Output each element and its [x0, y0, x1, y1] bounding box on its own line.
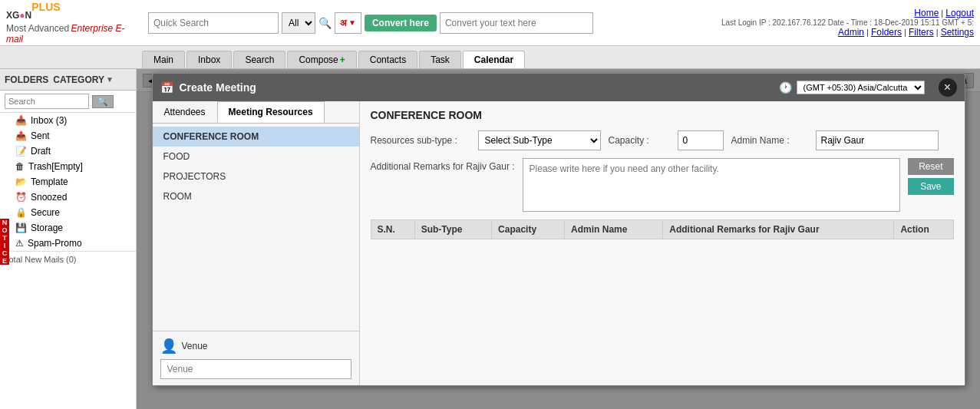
resource-projectors[interactable]: PROJECTORS: [153, 167, 359, 186]
table-header-sn: S.N.: [371, 220, 414, 239]
sidebar-total: Total New Mails (0): [0, 251, 136, 267]
storage-icon: 💾: [15, 223, 27, 233]
tab-inbox[interactable]: Inbox: [186, 51, 232, 68]
dialog-calendar-icon: 📅: [160, 81, 173, 94]
table-header-remarks: Additional Remarks for Rajiv Gaur: [663, 220, 894, 239]
subtype-select[interactable]: Select Sub-Type: [478, 130, 601, 150]
search-bar: All 🔍 अ ▼: [148, 12, 361, 34]
dialog-body: Attendees Meeting Resources CONFERENCE R…: [153, 101, 965, 385]
dialog-left-panel: Attendees Meeting Resources CONFERENCE R…: [153, 101, 360, 385]
top-bar: XG●NPLUS Most Advanced Enterprise E-mail…: [0, 0, 980, 46]
folders-label: FOLDERS: [5, 74, 48, 85]
resource-food[interactable]: FOOD: [153, 147, 359, 167]
conference-room-heading: CONFERENCE ROOM: [371, 109, 954, 121]
resource-list: CONFERENCE ROOM FOOD PROJECTORS ROOM: [153, 124, 359, 331]
tab-meeting-resources[interactable]: Meeting Resources: [217, 101, 325, 123]
remarks-textarea[interactable]: [523, 158, 901, 212]
table-header-action: Action: [894, 220, 953, 239]
remarks-label: Additional Remarks for Rajiv Gaur :: [371, 158, 515, 172]
notice-char-n: N: [0, 219, 9, 226]
capacity-input[interactable]: 0: [678, 130, 724, 150]
template-icon: 📂: [15, 176, 27, 187]
notice-char-i: I: [0, 242, 9, 249]
sidebar-header: FOLDERS CATEGORY ▼: [0, 69, 136, 91]
logo-dot: ●: [19, 10, 25, 21]
folders-link[interactable]: Folders: [871, 27, 902, 38]
category-arrow-icon[interactable]: ▼: [106, 75, 114, 84]
subtype-row: Resources sub-type : Select Sub-Type Cap…: [371, 130, 954, 150]
dialog-title-bar: 📅 Create Meeting 🕐 (GMT +05:30) Asia/Cal…: [153, 74, 965, 101]
logo-x: XG: [6, 10, 19, 21]
capacity-label: Capacity :: [609, 135, 670, 146]
convert-input[interactable]: [440, 12, 593, 34]
category-label: CATEGORY: [53, 74, 104, 85]
tab-attendees[interactable]: Attendees: [153, 101, 217, 123]
sidebar-item-draft[interactable]: 📝 Draft: [0, 143, 136, 159]
tab-main[interactable]: Main: [142, 51, 185, 68]
tab-contacts[interactable]: Contacts: [358, 51, 417, 68]
reset-button[interactable]: Reset: [908, 158, 953, 175]
tab-task[interactable]: Task: [419, 51, 461, 68]
resource-room[interactable]: ROOM: [153, 186, 359, 206]
sidebar-item-secure[interactable]: 🔒 Secure: [0, 205, 136, 220]
resource-conference-room[interactable]: CONFERENCE ROOM: [153, 127, 359, 147]
convert-label[interactable]: Convert here: [365, 15, 437, 31]
sidebar-item-trash[interactable]: 🗑 Trash[Empty]: [0, 159, 136, 174]
notice-strip: N O T I C E: [0, 219, 9, 265]
sidebar-search-input[interactable]: [5, 94, 89, 109]
sidebar-item-sent[interactable]: 📤 Sent: [0, 128, 136, 143]
sidebar-search: 🔍: [0, 91, 136, 113]
venue-label: 👤 Venue: [160, 338, 351, 355]
tab-compose[interactable]: Compose+: [287, 51, 356, 68]
convert-bar: Convert here: [365, 12, 593, 34]
settings-link[interactable]: Settings: [941, 27, 974, 38]
table-header-adminname: Admin Name: [565, 220, 663, 239]
dialog-right-panel: CONFERENCE ROOM Resources sub-type : Sel…: [360, 101, 965, 385]
venue-input[interactable]: [160, 359, 351, 379]
lang-arrow-icon: ▼: [348, 18, 356, 27]
search-submit-button[interactable]: 🔍: [318, 17, 332, 29]
tab-search[interactable]: Search: [233, 51, 285, 68]
admin-link[interactable]: Admin: [838, 27, 864, 38]
create-meeting-dialog: 📅 Create Meeting 🕐 (GMT +05:30) Asia/Cal…: [152, 73, 965, 386]
logo-area: XG●NPLUS Most Advanced Enterprise E-mail: [6, 1, 140, 45]
table-header-subtype: Sub-Type: [414, 220, 491, 239]
dialog-close-button[interactable]: ×: [939, 78, 957, 97]
filters-link[interactable]: Filters: [909, 27, 934, 38]
timezone-select[interactable]: (GMT +05:30) Asia/Calcutta: [797, 81, 925, 94]
dialog-panel-tabs: Attendees Meeting Resources: [153, 101, 359, 124]
search-scope-select[interactable]: All: [282, 12, 315, 34]
logout-link[interactable]: Logout: [945, 8, 974, 18]
subtype-label: Resources sub-type :: [371, 135, 470, 146]
notice-char-o: O: [0, 226, 9, 234]
clock-icon: 🕐: [779, 81, 792, 94]
save-button[interactable]: Save: [908, 178, 953, 195]
timezone-area: 🕐 (GMT +05:30) Asia/Calcutta: [779, 81, 925, 94]
lang-selector[interactable]: अ ▼: [335, 12, 361, 34]
remarks-buttons: Reset Save: [908, 158, 953, 195]
sent-icon: 📤: [15, 130, 27, 141]
login-info: Last Login IP : 202.167.76.122 Date - Ti…: [721, 18, 974, 27]
venue-section: 👤 Venue: [153, 331, 359, 385]
home-link[interactable]: Home: [914, 8, 939, 18]
spam-icon: ⚠: [15, 238, 24, 249]
logo-en: N: [25, 10, 32, 21]
top-right: Home | Logout Last Login IP : 202.167.76…: [721, 0, 974, 45]
notice-char-t: T: [0, 234, 9, 242]
admin-name-input[interactable]: Rajiv Gaur: [816, 130, 939, 150]
quick-search-input[interactable]: [148, 12, 279, 34]
admin-name-label: Admin Name :: [731, 135, 808, 146]
nav-tabs: Main Inbox Search Compose+ Contacts Task…: [0, 46, 980, 69]
sidebar-search-button[interactable]: 🔍: [92, 95, 114, 108]
sidebar-item-storage[interactable]: 💾 Storage: [0, 220, 136, 236]
tab-calendar[interactable]: Calendar: [463, 51, 525, 68]
main-layout: FOLDERS CATEGORY ▼ 🔍 N O T I C E 📥 Inbox…: [0, 69, 980, 409]
top-links: Home | Logout: [914, 8, 974, 18]
logo: XG●NPLUS: [6, 1, 140, 23]
sidebar-item-inbox[interactable]: 📥 Inbox (3): [0, 113, 136, 128]
sidebar-item-spam[interactable]: ⚠ Spam-Promo: [0, 236, 136, 251]
sidebar-item-template[interactable]: 📂 Template: [0, 174, 136, 190]
resource-table: S.N. Sub-Type Capacity Admin Name Additi…: [371, 219, 954, 239]
admin-links: Admin | Folders | Filters | Settings: [838, 27, 974, 38]
sidebar-item-snoozed[interactable]: ⏰ Snoozed: [0, 190, 136, 205]
